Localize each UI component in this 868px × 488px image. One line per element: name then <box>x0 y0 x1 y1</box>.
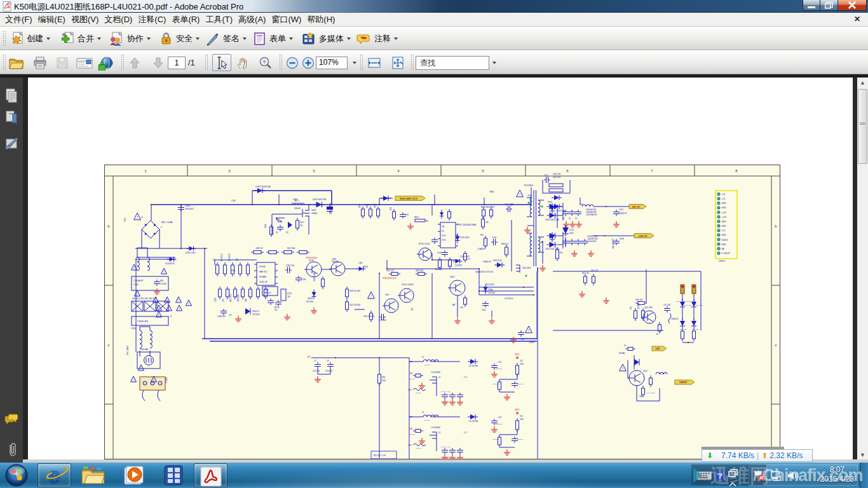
svg-text:P0500/Q300 QL93: P0500/Q300 QL93 <box>383 277 397 280</box>
svg-text:SD/VG: SD/VG <box>722 239 728 241</box>
svg-text:F0P: F0P <box>411 308 414 311</box>
svg-text:HBE STJ: HBE STJ <box>259 271 268 273</box>
svg-text:300mH: 300mH <box>294 207 301 210</box>
svg-text:P6L: P6L <box>560 252 563 254</box>
svg-text:D6L7 J6L: D6L7 J6L <box>582 272 590 274</box>
svg-text:3020 34J: 3020 34J <box>553 173 561 175</box>
svg-text:!: ! <box>158 313 159 317</box>
svg-text:GND: GND <box>722 243 727 246</box>
svg-text:16F-3C: 16F-3C <box>632 205 640 208</box>
svg-text:!: ! <box>153 378 154 382</box>
svg-text:C306S: C306S <box>529 341 534 344</box>
svg-text:D7N: D7N <box>408 389 412 391</box>
svg-text:Q300: Q300 <box>450 276 455 278</box>
svg-text:ZD: ZD <box>286 231 288 234</box>
svg-text:C506 J04: C506 J04 <box>286 264 294 267</box>
svg-text:300A L33: 300A L33 <box>483 261 491 263</box>
svg-text:C30L: C30L <box>482 309 486 311</box>
svg-text:e: e <box>48 464 60 488</box>
svg-text:+ C30: + C30 <box>497 416 502 419</box>
svg-text:D0: D0 <box>624 344 627 347</box>
svg-text:30T/47uF: 30T/47uF <box>325 370 333 372</box>
svg-text:C30 JuF: C30 JuF <box>517 383 524 385</box>
svg-text:3L37/3L00: 3L37/3L00 <box>505 297 513 300</box>
svg-text:!: ! <box>137 292 137 296</box>
svg-text:AM: AM <box>452 304 456 306</box>
svg-text:J63 L30: J63 L30 <box>409 433 415 435</box>
svg-text:PD FB: PD FB <box>259 266 265 268</box>
svg-text:L34 C304: L34 C304 <box>663 304 671 306</box>
svg-text:C300: C300 <box>492 236 497 239</box>
svg-text:J00T/PhF: J00T/PhF <box>496 368 503 370</box>
svg-text:GND: GND <box>722 202 727 205</box>
svg-text:3PuG/3A: 3PuG/3A <box>424 419 431 421</box>
svg-text:!: ! <box>163 270 164 274</box>
svg-text:30L1: 30L1 <box>300 221 304 224</box>
svg-text:T901 EE40: T901 EE40 <box>524 184 533 187</box>
svg-text:CN90L: CN90L <box>165 377 168 383</box>
svg-text:+ C30: + C30 <box>497 361 502 363</box>
svg-text:3300 J4E: 3300 J4E <box>680 329 687 330</box>
svg-text:D4 100T/3A: D4 100T/3A <box>469 420 478 423</box>
svg-text:c: c <box>108 343 110 347</box>
svg-text:R600: R600 <box>414 216 419 219</box>
svg-text:K50-300F-3C3: K50-300F-3C3 <box>400 197 417 200</box>
svg-text:C37/600: C37/600 <box>637 303 640 309</box>
svg-text:C30J L3E: C30J L3E <box>691 329 698 330</box>
svg-text:!: ! <box>155 299 156 302</box>
svg-text:LAT: LAT <box>656 348 661 350</box>
svg-text:CN901: CN901 <box>719 260 726 262</box>
svg-text:D64A 03C: D64A 03C <box>671 318 679 320</box>
svg-text:100k: 100k <box>382 379 386 382</box>
svg-text:330k: 330k <box>520 363 524 365</box>
svg-text:ON/OF: ON/OF <box>679 381 688 384</box>
svg-text:3007 G07: 3007 G07 <box>416 269 424 272</box>
svg-text:C30J: C30J <box>214 297 217 302</box>
svg-text:Q60L 4400: Q60L 4400 <box>644 306 653 309</box>
svg-text:C4L2: C4L2 <box>619 208 624 211</box>
svg-text:GND: GND <box>722 225 727 227</box>
svg-text:+5V: +5V <box>722 229 726 232</box>
svg-text:L0E: L0E <box>236 258 238 261</box>
svg-text:DL32: DL32 <box>569 229 574 231</box>
svg-text:C43 C44 C4J: C43 C44 C4J <box>441 391 451 393</box>
svg-text:D2A/06T: D2A/06T <box>478 248 485 250</box>
svg-text:R307 3003/300L/3A0L: R307 3003/300L/3A0L <box>458 224 477 226</box>
svg-text:GND: GND <box>722 234 727 236</box>
svg-text:464 J02L 464 J02L 464 J02L: 464 J02L 464 J02L 464 J02L <box>132 297 157 300</box>
svg-text:30: 30 <box>276 231 278 234</box>
svg-text:BL30: BL30 <box>363 266 368 268</box>
svg-text:L30: L30 <box>460 306 463 309</box>
svg-text:C7 J4 C300: C7 J4 C300 <box>647 392 655 394</box>
svg-text:4PL: 4PL <box>160 280 164 282</box>
svg-text:D605: D605 <box>548 201 553 203</box>
svg-text:L309: L309 <box>231 200 236 202</box>
svg-text:R600 4.7: R600 4.7 <box>501 243 509 245</box>
svg-text:3.7: 3.7 <box>468 258 471 261</box>
svg-text:D410 600T/1A: D410 600T/1A <box>313 198 326 201</box>
svg-text:3043 J4E: 3043 J4E <box>635 299 642 301</box>
svg-text:J0S/450T: J0S/450T <box>185 208 194 210</box>
svg-text:L0000/16V: L0000/16V <box>587 240 597 243</box>
svg-text:J46: J46 <box>287 295 290 298</box>
svg-text:3003: 3003 <box>311 209 316 212</box>
svg-text:L06: L06 <box>521 338 524 341</box>
svg-text:J0T/C3uF: J0T/C3uF <box>313 370 320 372</box>
svg-text:J0L: J0L <box>300 224 303 227</box>
svg-text:QL03: QL03 <box>309 259 314 262</box>
svg-text:D9A: D9A <box>231 269 235 272</box>
svg-text:L4: L4 <box>422 411 424 414</box>
svg-text:c: c <box>775 343 777 347</box>
svg-text:3032 30PT: 3032 30PT <box>522 267 531 269</box>
svg-text:C43 C44 C4J: C43 C44 C4J <box>441 446 451 448</box>
svg-text:T90L: T90L <box>527 194 532 197</box>
svg-text:L3 C0000BD: L3 C0000BD <box>431 426 440 429</box>
svg-text:BY705 3C100: BY705 3C100 <box>419 243 430 245</box>
svg-text:+4: +4 <box>140 216 143 219</box>
svg-text:3: 3 <box>170 315 172 318</box>
svg-text:43A: 43A <box>639 395 642 398</box>
svg-text:GND: GND <box>722 207 727 209</box>
svg-text:TB: TB <box>442 226 444 228</box>
svg-text:(C7L: (C7L <box>464 376 468 379</box>
svg-text:Q6L0: Q6L0 <box>643 370 648 372</box>
